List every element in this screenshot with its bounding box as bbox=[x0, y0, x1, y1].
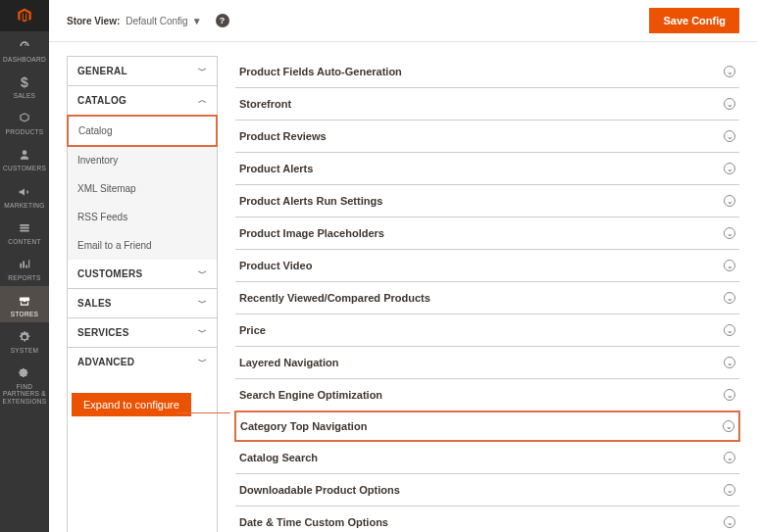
config-group-services[interactable]: SERVICES﹀ bbox=[68, 318, 217, 348]
expand-icon: ⌄ bbox=[724, 66, 735, 77]
admin-sidebar: DASHBOARD$SALESPRODUCTSCUSTOMERSMARKETIN… bbox=[0, 0, 49, 532]
nav-label: FIND PARTNERS & EXTENSIONS bbox=[0, 383, 49, 404]
annotation-line bbox=[177, 412, 230, 413]
section-recently-viewed-compared-products[interactable]: Recently Viewed/Compared Products⌄ bbox=[235, 282, 739, 314]
section-downloadable-product-options[interactable]: Downloadable Product Options⌄ bbox=[235, 474, 739, 507]
expand-icon: ⌄ bbox=[724, 292, 735, 304]
config-subitem-rss-feeds[interactable]: RSS Feeds bbox=[68, 203, 217, 231]
section-title: Downloadable Product Options bbox=[239, 484, 400, 496]
section-title: Product Image Placeholders bbox=[239, 227, 384, 239]
nav-content[interactable]: CONTENT bbox=[0, 214, 49, 250]
store-view-label: Store View: bbox=[67, 16, 120, 26]
config-subitem-email-to-a-friend[interactable]: Email to a Friend bbox=[68, 231, 217, 260]
section-title: Product Reviews bbox=[239, 130, 327, 142]
config-group-label: SALES bbox=[77, 298, 112, 309]
chevron-down-icon: ﹀ bbox=[198, 356, 207, 368]
config-group-sales[interactable]: SALES﹀ bbox=[68, 289, 217, 318]
nav-system[interactable]: SYSTEM bbox=[0, 322, 49, 359]
section-category-top-navigation[interactable]: Category Top Navigation⌄ bbox=[234, 411, 740, 442]
config-subitem-inventory[interactable]: Inventory bbox=[68, 146, 217, 174]
nav-label: DASHBOARD bbox=[3, 56, 46, 63]
nav-label: REPORTS bbox=[8, 274, 40, 281]
expand-icon: ⌄ bbox=[724, 260, 735, 271]
config-group-general[interactable]: GENERAL﹀ bbox=[68, 57, 217, 86]
expand-icon: ⌄ bbox=[724, 357, 735, 368]
config-sections: Product Fields Auto-Generation⌄Storefron… bbox=[235, 56, 739, 532]
expand-icon: ⌄ bbox=[724, 389, 735, 401]
section-product-video[interactable]: Product Video⌄ bbox=[235, 250, 739, 282]
caret-down-icon: ▼ bbox=[192, 16, 202, 26]
nav-sales[interactable]: $SALES bbox=[0, 68, 49, 104]
section-title: Storefront bbox=[239, 98, 291, 110]
store-view-value: Default Config bbox=[126, 16, 187, 26]
expand-icon: ⌄ bbox=[724, 98, 735, 110]
nav-label: PRODUCTS bbox=[6, 128, 44, 135]
config-group-catalog[interactable]: CATALOG︿ bbox=[68, 86, 217, 116]
section-catalog-search[interactable]: Catalog Search⌄ bbox=[235, 442, 739, 474]
section-title: Product Fields Auto-Generation bbox=[239, 66, 402, 77]
section-product-alerts[interactable]: Product Alerts⌄ bbox=[235, 153, 739, 185]
section-product-fields-auto-generation[interactable]: Product Fields Auto-Generation⌄ bbox=[235, 56, 739, 88]
nav-stores[interactable]: STORES bbox=[0, 286, 49, 322]
section-title: Product Alerts Run Settings bbox=[239, 195, 382, 207]
config-content: GENERAL﹀CATALOG︿CatalogInventoryXML Site… bbox=[49, 42, 757, 532]
expand-icon: ⌄ bbox=[724, 516, 735, 528]
section-product-reviews[interactable]: Product Reviews⌄ bbox=[235, 121, 739, 153]
section-date-time-custom-options[interactable]: Date & Time Custom Options⌄ bbox=[235, 507, 739, 532]
config-subitem-catalog[interactable]: Catalog bbox=[67, 115, 218, 147]
config-subitem-xml-sitemap[interactable]: XML Sitemap bbox=[68, 174, 217, 203]
section-title: Category Top Navigation bbox=[240, 420, 367, 432]
nav-label: CONTENT bbox=[8, 238, 41, 245]
nav-dashboard[interactable]: DASHBOARD bbox=[0, 31, 49, 68]
nav-label: STORES bbox=[11, 311, 38, 317]
nav-reports[interactable]: REPORTS bbox=[0, 250, 49, 286]
annotation-callout: Expand to configure bbox=[72, 393, 191, 416]
config-nav: GENERAL﹀CATALOG︿CatalogInventoryXML Site… bbox=[67, 56, 218, 532]
expand-icon: ⌄ bbox=[724, 163, 735, 174]
megaphone-icon bbox=[18, 184, 31, 200]
expand-icon: ⌄ bbox=[724, 195, 735, 207]
section-product-image-placeholders[interactable]: Product Image Placeholders⌄ bbox=[235, 218, 739, 250]
nav-customers[interactable]: CUSTOMERS bbox=[0, 140, 49, 176]
chevron-down-icon: ﹀ bbox=[198, 297, 207, 310]
section-title: Search Engine Optimization bbox=[239, 389, 382, 401]
magento-icon bbox=[16, 7, 33, 24]
chevron-down-icon: ﹀ bbox=[198, 65, 207, 77]
config-group-label: CATALOG bbox=[77, 95, 126, 106]
expand-icon: ⌄ bbox=[724, 484, 735, 496]
help-icon[interactable]: ? bbox=[216, 14, 229, 27]
topbar: Store View: Default Config ▼ ? Save Conf… bbox=[49, 0, 757, 42]
nav-marketing[interactable]: MARKETING bbox=[0, 177, 49, 214]
section-storefront[interactable]: Storefront⌄ bbox=[235, 88, 739, 121]
section-search-engine-optimization[interactable]: Search Engine Optimization⌄ bbox=[235, 379, 739, 411]
section-title: Layered Navigation bbox=[239, 357, 338, 368]
nav-label: SALES bbox=[14, 92, 35, 99]
config-group-customers[interactable]: CUSTOMERS﹀ bbox=[68, 260, 217, 289]
cube-icon bbox=[18, 111, 31, 126]
save-config-button[interactable]: Save Config bbox=[649, 8, 739, 33]
config-subitems: CatalogInventoryXML SitemapRSS FeedsEmai… bbox=[68, 115, 217, 260]
puzzle-icon bbox=[18, 365, 31, 381]
section-title: Date & Time Custom Options bbox=[239, 516, 388, 528]
nav-label: CUSTOMERS bbox=[3, 165, 46, 171]
section-layered-navigation[interactable]: Layered Navigation⌄ bbox=[235, 347, 739, 379]
person-icon bbox=[18, 147, 31, 163]
config-group-advanced[interactable]: ADVANCED﹀ bbox=[68, 348, 217, 376]
section-product-alerts-run-settings[interactable]: Product Alerts Run Settings⌄ bbox=[235, 185, 739, 218]
expand-icon: ⌄ bbox=[724, 324, 735, 336]
nav-products[interactable]: PRODUCTS bbox=[0, 104, 49, 140]
section-price[interactable]: Price⌄ bbox=[235, 314, 739, 347]
nav-label: SYSTEM bbox=[11, 347, 39, 354]
nav-partners[interactable]: FIND PARTNERS & EXTENSIONS bbox=[0, 359, 49, 409]
main-content: Store View: Default Config ▼ ? Save Conf… bbox=[49, 0, 757, 532]
config-group-label: ADVANCED bbox=[77, 357, 134, 367]
chevron-down-icon: ﹀ bbox=[198, 267, 207, 280]
expand-icon: ⌄ bbox=[723, 420, 734, 432]
dollar-icon: $ bbox=[21, 74, 28, 90]
expand-icon: ⌄ bbox=[724, 227, 735, 239]
section-title: Recently Viewed/Compared Products bbox=[239, 292, 430, 304]
magento-logo[interactable] bbox=[0, 0, 49, 31]
section-title: Product Alerts bbox=[239, 163, 313, 174]
store-view-select[interactable]: Default Config ▼ bbox=[126, 16, 201, 26]
nav-label: MARKETING bbox=[4, 202, 44, 209]
